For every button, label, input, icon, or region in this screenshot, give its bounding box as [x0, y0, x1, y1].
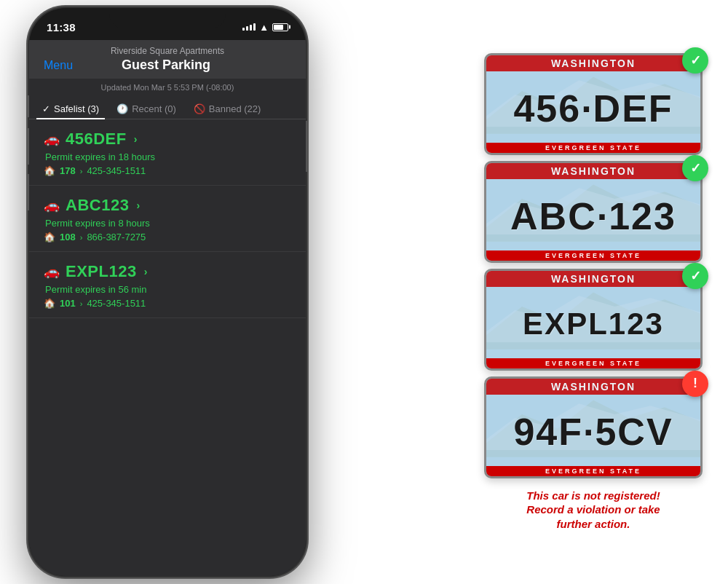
safelist-icon: ✓: [42, 103, 50, 114]
signal-icon: [242, 23, 256, 31]
updated-timestamp: Updated Mon Mar 5 5:53 PM (-08:00): [29, 79, 306, 96]
car-icon: 🚗: [44, 197, 60, 213]
plate-card-wrapper: WASHINGTON 456·DEF EVERGREEN STATE ✓: [484, 53, 703, 155]
license-plate-2: WASHINGTON ABC·123 EVERGREEN STATE: [484, 161, 703, 263]
chevron-icon: ›: [136, 200, 140, 211]
unit-chevron-icon: ›: [80, 299, 83, 308]
unit-number: 101: [60, 298, 76, 309]
page-title: Guest Parking: [122, 58, 210, 73]
plate-number: ABC123: [66, 196, 129, 215]
plate-status-badge: ✓: [682, 47, 708, 74]
license-plate-1: WASHINGTON 456·DEF EVERGREEN STATE: [484, 53, 703, 155]
chevron-icon: ›: [144, 266, 148, 277]
vehicle-list: 🚗 456DEF › Permit expires in 18 hours 🏠 …: [29, 119, 306, 561]
plate-card-wrapper: WASHINGTON EXPL123 EVERGREEN STATE ✓: [484, 269, 703, 371]
permit-status: Permit expires in 8 hours: [44, 218, 291, 229]
unit-row: 🏠 101 › 425-345-1511: [44, 298, 291, 309]
plate-number: 456DEF: [66, 130, 127, 149]
status-time: 11:38: [47, 21, 76, 33]
unit-row: 🏠 178 › 425-345-1511: [44, 165, 291, 176]
phone-number: 425-345-1511: [87, 165, 146, 176]
status-icons: ▲: [242, 22, 288, 33]
nav-row: Menu Guest Parking: [44, 58, 291, 73]
plate-bottom: EVERGREEN STATE: [486, 466, 700, 476]
menu-button[interactable]: Menu: [44, 59, 73, 72]
plate-violation-badge: !: [682, 371, 708, 397]
car-icon: 🚗: [44, 131, 60, 147]
recent-icon: 🕐: [116, 103, 128, 114]
plate-row: 🚗 456DEF ›: [44, 130, 291, 149]
car-icon: 🚗: [44, 264, 60, 280]
plate-number-display: EXPL123: [523, 309, 664, 339]
unit-number: 108: [60, 232, 76, 242]
plate-status-badge: ✓: [682, 155, 708, 181]
home-icon: 🏠: [44, 165, 55, 176]
phone-notch: [109, 8, 226, 28]
tab-bar: ✓ Safelist (3) 🕐 Recent (0) 🚫 Banned (22…: [29, 96, 306, 119]
unit-row: 🏠 108 › 866-387-7275: [44, 232, 291, 242]
plate-card-wrapper: WASHINGTON 94F·5CV EVERGREEN STATE !: [484, 376, 703, 478]
plate-card-wrapper: WASHINGTON ABC·123 EVERGREEN STATE ✓: [484, 161, 703, 263]
permit-status: Permit expires in 56 min: [44, 284, 291, 295]
tab-recent[interactable]: 🕐 Recent (0): [111, 99, 182, 119]
phone-number: 866-387-7275: [87, 232, 146, 242]
plate-number-display: 94F·5CV: [513, 413, 673, 451]
wifi-icon: ▲: [259, 22, 269, 33]
tab-banned[interactable]: 🚫 Banned (22): [188, 99, 267, 119]
license-plate-4: WASHINGTON 94F·5CV EVERGREEN STATE: [484, 376, 703, 478]
unit-number: 178: [60, 165, 76, 176]
plate-status-badge: ✓: [682, 263, 708, 289]
tab-recent-label: Recent (0): [132, 103, 176, 114]
plate-row: 🚗 ABC123 ›: [44, 196, 291, 215]
plate-bottom: EVERGREEN STATE: [486, 250, 700, 261]
phone-mockup: 11:38 ▲ Riverside Square Apartments: [29, 8, 306, 576]
plates-section: WASHINGTON 456·DEF EVERGREEN STATE ✓ WAS…: [466, 0, 728, 584]
tab-safelist[interactable]: ✓ Safelist (3): [36, 99, 105, 119]
home-icon: 🏠: [44, 298, 55, 309]
vehicle-item[interactable]: 🚗 ABC123 › Permit expires in 8 hours 🏠 1…: [29, 186, 306, 252]
plate-bottom: EVERGREEN STATE: [486, 143, 700, 153]
phone-number: 425-345-1511: [87, 298, 146, 309]
license-plate-3: WASHINGTON EXPL123 EVERGREEN STATE: [484, 269, 703, 371]
unit-chevron-icon: ›: [80, 233, 83, 242]
plate-number-display: 456·DEF: [513, 90, 673, 127]
nav-subtitle: Riverside Square Apartments: [111, 46, 224, 56]
banned-icon: 🚫: [194, 103, 205, 114]
vehicle-item[interactable]: 🚗 EXPL123 › Permit expires in 56 min 🏠 1…: [29, 252, 306, 318]
vehicle-item[interactable]: 🚗 456DEF › Permit expires in 18 hours 🏠 …: [29, 119, 306, 186]
chevron-icon: ›: [134, 133, 138, 145]
violation-message: This car is not registered!Record a viol…: [526, 489, 660, 532]
nav-bar: Riverside Square Apartments Menu Guest P…: [29, 40, 306, 79]
tab-banned-label: Banned (22): [209, 103, 261, 114]
home-icon: 🏠: [44, 232, 55, 242]
plate-number-display: ABC·123: [510, 197, 676, 235]
phone-screen: Riverside Square Apartments Menu Guest P…: [29, 40, 306, 576]
plate-number: EXPL123: [66, 262, 137, 281]
permit-status: Permit expires in 18 hours: [44, 151, 291, 162]
tab-safelist-label: Safelist (3): [54, 103, 99, 114]
phone-frame: 11:38 ▲ Riverside Square Apartments: [29, 8, 306, 576]
plate-bottom: EVERGREEN STATE: [486, 358, 700, 368]
unit-chevron-icon: ›: [80, 167, 83, 175]
battery-icon: [272, 23, 288, 31]
plate-row: 🚗 EXPL123 ›: [44, 262, 291, 281]
